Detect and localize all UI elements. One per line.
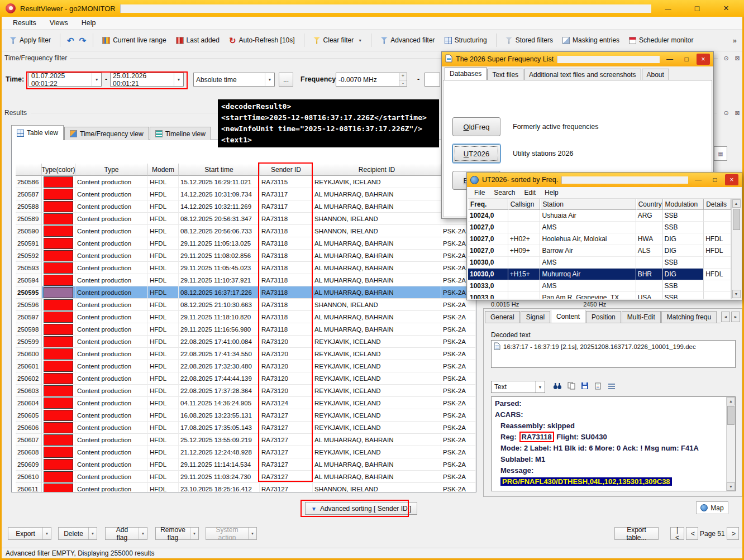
cell-start-time[interactable]: 29.11.2025 11:14:14.534 — [179, 458, 260, 471]
ut-cell[interactable]: Ushuaia Air — [540, 210, 636, 222]
ut-cell[interactable]: HFDL — [704, 233, 731, 245]
cell-modulation[interactable]: PSK-2A — [441, 446, 476, 458]
cell-recipient-id[interactable]: REYKJAVIK, ICELAND — [313, 348, 441, 360]
cell-sender-id[interactable]: RA73127 — [260, 434, 313, 446]
cell-start-time[interactable]: 08.12.2025 20:56:31.347 — [179, 213, 260, 225]
cell-start-time[interactable]: 23.10.2025 18:25:16.412 — [179, 483, 260, 492]
cell-start-time[interactable]: 21.12.2025 12:24:48.928 — [179, 446, 260, 458]
ut-cell[interactable]: Muhurroq Air — [540, 269, 636, 280]
ut-cell[interactable]: USA — [636, 292, 663, 299]
ut-menu-search[interactable]: Search — [489, 188, 519, 198]
chevron-down-icon[interactable] — [535, 381, 545, 393]
cell-modulation[interactable]: PSK-2A — [441, 385, 476, 397]
ut-cell[interactable]: SSB — [663, 292, 704, 299]
cell-modulation[interactable]: PSK-2A — [441, 458, 476, 471]
cell-start-time[interactable]: 22.08.2025 17:41:34.550 — [179, 348, 260, 360]
chevron-down-icon[interactable] — [42, 528, 51, 539]
ut-cell[interactable] — [704, 257, 731, 269]
cell-sender-id[interactable]: RA73127 — [260, 422, 313, 434]
cell-type-color[interactable] — [42, 446, 75, 458]
table-row[interactable]: 250597Content productionHFDL29.11.2025 1… — [16, 311, 476, 323]
table-row[interactable]: 250611Content productionHFDL23.10.2025 1… — [16, 483, 476, 492]
freqlist-button-ut2026[interactable]: UT2026 — [452, 144, 500, 163]
cell-modem[interactable]: HFDL — [148, 188, 179, 200]
cell-type-color[interactable] — [42, 311, 75, 323]
scrollbar[interactable]: ▲ ▼ — [726, 397, 735, 491]
ut-column-station[interactable]: Station — [540, 199, 636, 210]
cell-id[interactable]: 250602 — [16, 372, 42, 385]
decoded-file-entry[interactable]: 16:37:17 - 16:37:19 [2.1s], 20251208.163… — [492, 341, 735, 353]
scroll-up-icon[interactable]: ▲ — [732, 199, 741, 208]
masking-entries-button[interactable]: Masking entries — [560, 34, 622, 46]
cell-recipient-id[interactable]: AL MUHARRAQ, BAHRAIN — [313, 286, 441, 299]
cell-modem[interactable]: HFDL — [148, 348, 179, 360]
cell-modem[interactable]: HFDL — [148, 237, 179, 250]
report-icon[interactable] — [594, 382, 602, 392]
cell-sender-id[interactable]: RA73127 — [260, 446, 313, 458]
export-button[interactable]: Export — [8, 527, 51, 540]
table-row[interactable]: 250595Content productionHFDL08.12.2025 1… — [16, 286, 476, 299]
scrollbar-thumb[interactable] — [733, 209, 740, 230]
frequency-stepper[interactable]: + - — [399, 73, 407, 86]
cell-type[interactable]: Content production — [75, 323, 148, 336]
freqlist-button-oldfreq[interactable]: OldFreq — [452, 117, 500, 136]
chevron-down-icon[interactable] — [248, 528, 256, 539]
ut-cell[interactable]: HFDL — [704, 269, 731, 280]
cell-type-color[interactable] — [42, 385, 75, 397]
maximize-button[interactable]: □ — [708, 174, 722, 185]
ut-cell[interactable]: HFDL — [704, 245, 731, 257]
close-button[interactable]: × — [725, 174, 738, 185]
cell-modulation[interactable]: PSK-2A — [441, 397, 476, 409]
cell-id[interactable]: 250609 — [16, 458, 42, 471]
cell-modulation[interactable]: PSK-2A — [441, 471, 476, 483]
current-live-range-button[interactable]: Current live range — [100, 34, 168, 46]
cell-type-color[interactable] — [42, 483, 75, 492]
cell-id[interactable]: 250610 — [16, 471, 42, 483]
cell-recipient-id[interactable]: AL MUHARRAQ, BAHRAIN — [313, 262, 441, 274]
cell-id[interactable]: 250606 — [16, 422, 42, 434]
cell-id[interactable]: 250603 — [16, 385, 42, 397]
ut-menu-file[interactable]: File — [470, 188, 489, 198]
column-header-modem[interactable]: Modem — [148, 164, 179, 176]
ut-cell[interactable] — [636, 222, 663, 233]
export-table-button[interactable]: Export table... — [614, 527, 659, 540]
cell-id[interactable]: 250587 — [16, 188, 42, 200]
undo-icon[interactable]: ↶ — [67, 36, 74, 45]
cell-type[interactable]: Content production — [75, 385, 148, 397]
ut-table-row[interactable]: 10024,0Ushuaia AirARGSSB — [468, 210, 731, 222]
cell-type-color[interactable] — [42, 237, 75, 250]
cell-id[interactable]: 250600 — [16, 348, 42, 360]
cell-start-time[interactable]: 29.11.2025 11:10:37.921 — [179, 274, 260, 286]
cell-id[interactable]: 250595 — [16, 286, 42, 299]
cell-recipient-id[interactable]: AL MUHARRAQ, BAHRAIN — [313, 274, 441, 286]
cell-modulation[interactable]: PSK-2A — [441, 409, 476, 422]
ut-table-row[interactable]: 10033,0Pan Am R, Grapevine, TXUSASSB — [468, 292, 731, 299]
clear-filter-button[interactable]: Clear filter ▼ — [311, 34, 365, 46]
cell-recipient-id[interactable]: AL MUHARRAQ, BAHRAIN — [313, 311, 441, 323]
cell-modem[interactable]: HFDL — [148, 422, 179, 434]
cell-start-time[interactable]: 29.11.2025 11:18:10.820 — [179, 311, 260, 323]
cell-sender-id[interactable]: RA73120 — [260, 336, 313, 348]
cell-start-time[interactable]: 08.12.2025 21:10:30.663 — [179, 299, 260, 311]
cell-modulation[interactable]: PSK-2A — [441, 299, 476, 311]
cell-modem[interactable]: HFDL — [148, 250, 179, 262]
ut-cell[interactable]: 10033,0 — [468, 280, 508, 292]
advanced-filter-button[interactable]: Advanced filter — [378, 34, 437, 46]
ut-cell[interactable]: 10033,0 — [468, 292, 508, 299]
cell-recipient-id[interactable]: REYKJAVIK, ICELAND — [313, 409, 441, 422]
table-row[interactable]: 250604Content productionHFDL04.11.2025 1… — [16, 397, 476, 409]
ut-table-row[interactable]: 10027,0+H02+Hoolehua Air, MolokaiHWADIGH… — [468, 233, 731, 245]
copy-icon[interactable] — [567, 382, 575, 392]
cell-sender-id[interactable]: RA73117 — [260, 188, 313, 200]
chevron-down-icon[interactable]: ▼ — [358, 39, 362, 42]
cell-type-color[interactable] — [42, 262, 75, 274]
ut-cell[interactable]: 10027,0 — [468, 245, 508, 257]
ut-cell[interactable]: SSB — [663, 257, 704, 269]
table-row[interactable]: 250606Content productionHFDL17.08.2025 1… — [16, 422, 476, 434]
cell-modem[interactable]: HFDL — [148, 213, 179, 225]
time-options-button[interactable]: ... — [279, 73, 293, 87]
ut-table-row[interactable]: 10030,0AMSSSB — [468, 257, 731, 269]
cell-start-time[interactable]: 08.12.2025 16:37:17.226 — [179, 286, 260, 299]
background-panel-button[interactable]: ▦ — [714, 146, 727, 161]
column-header-recip[interactable]: Recipient ID — [313, 164, 441, 176]
